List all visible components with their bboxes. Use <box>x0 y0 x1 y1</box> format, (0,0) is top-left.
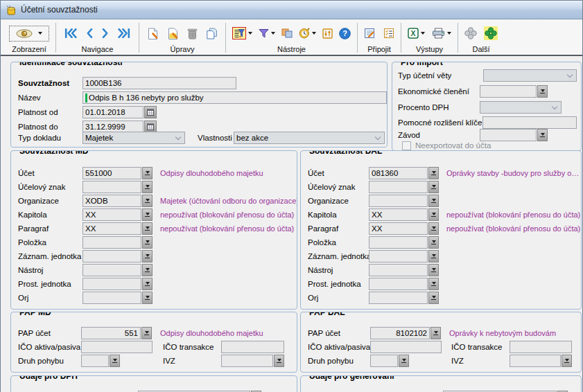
nastroj-md-field[interactable] <box>82 264 141 276</box>
print-button[interactable] <box>432 28 451 39</box>
typ-dokladu-combo[interactable]: Majetek <box>82 132 185 144</box>
lookup-button[interactable] <box>430 327 441 339</box>
ucelovy-znak-dal-field[interactable] <box>369 181 428 193</box>
view-button[interactable] <box>9 26 49 42</box>
zaznam-jednotka-md-field[interactable] <box>82 250 141 262</box>
lookup-button[interactable] <box>110 355 120 367</box>
new-record-button[interactable] <box>147 28 159 39</box>
delete-record-button[interactable] <box>187 28 198 39</box>
platnost-od-field[interactable]: 01.01.2018 <box>82 106 143 118</box>
filter-button[interactable] <box>259 28 275 38</box>
attach-note-button[interactable] <box>364 28 375 39</box>
previous-record-button[interactable] <box>86 28 93 38</box>
lookup-button[interactable] <box>142 222 153 235</box>
next-record-button[interactable] <box>102 28 109 38</box>
polozka-md-field[interactable] <box>82 236 141 249</box>
lookup-button[interactable] <box>142 208 153 221</box>
polozka-dal-field[interactable] <box>369 236 428 249</box>
lookup-button[interactable] <box>428 264 439 276</box>
nazev-field[interactable]: Odpis B h 136 nebyty pro služby <box>82 91 387 104</box>
attach-checklist-button[interactable] <box>383 28 394 39</box>
prost-jednotka-dal-field[interactable] <box>369 278 428 290</box>
help-button[interactable]: ? <box>339 28 351 39</box>
lookup-button[interactable] <box>428 208 439 221</box>
pap-ucet-dal-field[interactable]: 8102102 <box>370 327 430 339</box>
lookup-button[interactable] <box>142 167 153 179</box>
druh-pohybu-dal-field[interactable] <box>370 355 398 367</box>
module-inactive-button[interactable] <box>464 27 477 39</box>
clover-green-icon <box>485 27 497 39</box>
organizace-dal-field[interactable] <box>369 195 428 207</box>
ico-tr-dal-field[interactable] <box>510 341 572 353</box>
druh-pohybu-label: Druh pohybu <box>18 357 81 365</box>
lookup-button[interactable] <box>142 250 153 262</box>
lookup-button[interactable] <box>142 264 153 276</box>
vlastnosti-combo[interactable]: bez akce <box>234 132 385 144</box>
ivz-dal-field[interactable] <box>510 355 561 367</box>
copy-record-button[interactable] <box>206 28 218 39</box>
transfer-button[interactable] <box>281 28 293 38</box>
prost-jednotka-md-field[interactable] <box>82 278 141 290</box>
lookup-button[interactable] <box>142 181 153 193</box>
sliders-icon <box>322 28 333 39</box>
orj-md-field[interactable] <box>82 292 141 304</box>
field-label: Záznam. jednotka <box>18 252 82 260</box>
clover-gray-icon <box>464 27 477 39</box>
lookup-button[interactable] <box>428 195 439 207</box>
pap-ucet-md-field[interactable]: 551 <box>81 327 141 339</box>
lookup-button[interactable] <box>141 327 152 339</box>
lookup-button[interactable] <box>537 129 548 141</box>
section-pro-import: Pro import Typ účetní věty Ekonomické čl… <box>392 62 582 151</box>
souvztaznost-field[interactable]: 1000B136 <box>82 77 236 89</box>
pomocne-rozliseni-field[interactable] <box>482 116 577 129</box>
procento-dph-combo[interactable] <box>480 101 562 114</box>
last-record-button[interactable] <box>118 28 130 38</box>
kapitola-dal-field[interactable]: XX <box>369 208 428 221</box>
paragraf-dal-field[interactable]: XX <box>369 222 428 235</box>
paragraf-md-field[interactable]: XX <box>82 222 141 235</box>
ekonomicke-cleneni-label: Ekonomické členění <box>398 87 480 96</box>
pomocne-rozliseni-label: Pomocné rozlišení klíče <box>398 118 482 127</box>
lookup-button[interactable] <box>142 292 153 304</box>
export-excel-button[interactable]: X <box>408 28 425 39</box>
lookup-button[interactable] <box>562 355 572 367</box>
ucet-md-field[interactable]: 551000 <box>82 167 141 179</box>
druh-pohybu-md-field[interactable] <box>81 355 109 367</box>
ekonomicke-cleneni-field[interactable] <box>480 85 537 98</box>
toolbar-group-pripojit: Připojit <box>359 21 399 55</box>
ico-tr-md-field[interactable] <box>221 341 284 353</box>
lookup-button[interactable] <box>142 278 153 290</box>
first-record-button[interactable] <box>64 28 77 38</box>
nastroj-dal-field[interactable] <box>369 264 428 276</box>
lookup-button[interactable] <box>428 250 439 262</box>
kapitola-md-field[interactable]: XX <box>82 208 141 221</box>
lookup-button[interactable] <box>428 278 439 290</box>
lookup-button[interactable] <box>274 355 284 367</box>
settings-button[interactable] <box>322 28 333 39</box>
module-active-button[interactable] <box>484 26 498 40</box>
lookup-button[interactable] <box>399 355 409 367</box>
lookup-button[interactable] <box>428 167 439 179</box>
edit-record-button[interactable] <box>167 28 179 39</box>
lookup-button[interactable] <box>428 181 439 193</box>
orj-dal-field[interactable] <box>369 292 428 304</box>
lookup-button[interactable] <box>428 292 439 304</box>
filter-special-button[interactable] <box>232 27 252 39</box>
ucet-dal-field[interactable]: 081360 <box>369 167 428 179</box>
ico-ap-dal-field[interactable] <box>370 341 442 353</box>
lookup-button[interactable] <box>142 236 153 249</box>
ico-ap-md-field[interactable] <box>81 341 153 353</box>
zaznam-jednotka-dal-field[interactable] <box>369 250 428 262</box>
lookup-button[interactable] <box>428 236 439 249</box>
calendar-button[interactable] <box>144 106 157 118</box>
ivz-md-field[interactable] <box>221 355 273 367</box>
neexportovat-checkbox[interactable] <box>402 141 411 150</box>
typ-ucetni-vety-combo[interactable] <box>483 69 577 82</box>
new-document-icon <box>147 28 159 39</box>
lookup-button[interactable] <box>537 85 548 98</box>
ucelovy-znak-md-field[interactable] <box>82 181 141 193</box>
organizace-md-field[interactable]: XODB <box>82 195 141 207</box>
history-button[interactable] <box>299 28 316 39</box>
lookup-button[interactable] <box>142 195 153 207</box>
lookup-button[interactable] <box>428 222 439 235</box>
